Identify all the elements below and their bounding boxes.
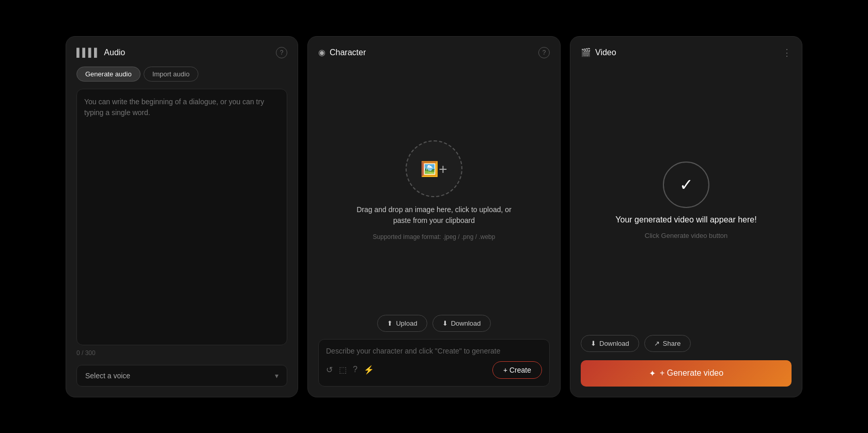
- supported-formats-text: Supported image format: .jpeg / .png / .…: [373, 233, 495, 240]
- character-action-buttons: ⬆ Upload ⬇ Download: [318, 315, 550, 332]
- download-btn-label: Download: [451, 319, 481, 327]
- character-panel-header: ◉ Character ?: [318, 47, 550, 58]
- audio-char-count: 0 / 300: [76, 349, 287, 357]
- video-download-icon: ⬇: [591, 340, 596, 347]
- audio-header-left: ▌▌▌▌ Audio: [76, 48, 125, 57]
- video-panel-header: 🎬 Video ⋮: [581, 47, 792, 58]
- voice-select[interactable]: Select a voice ▾: [76, 365, 287, 387]
- video-icon: 🎬: [581, 47, 591, 57]
- settings-icon[interactable]: ⚡: [364, 365, 374, 375]
- video-panel-title: Video: [595, 48, 616, 57]
- drag-drop-text: Drag and drop an image here, click to up…: [357, 204, 512, 226]
- character-panel-title: Character: [330, 48, 366, 57]
- video-sub-text: Click Generate video button: [645, 232, 727, 239]
- character-upload-button[interactable]: ⬆ Upload: [377, 315, 427, 332]
- video-content-area: ✓ Your generated video will appear here!…: [581, 67, 792, 335]
- video-check-circle: ✓: [663, 162, 709, 208]
- upload-btn-label: Upload: [396, 319, 417, 327]
- import-audio-tab[interactable]: Import audio: [144, 67, 198, 82]
- refresh-icon[interactable]: ↺: [326, 365, 333, 375]
- video-download-label: Download: [599, 340, 629, 347]
- character-bottom-toolbar: ↺ ⬚ ? ⚡ + Create: [326, 361, 542, 379]
- audio-panel-header: ▌▌▌▌ Audio ?: [76, 47, 287, 58]
- video-action-buttons: ⬇ Download ↗ Share: [581, 335, 792, 352]
- generate-video-label: + Generate video: [660, 368, 723, 378]
- share-icon: ↗: [654, 340, 660, 347]
- character-tools: ↺ ⬚ ? ⚡: [326, 365, 374, 375]
- create-button[interactable]: + Create: [492, 361, 542, 379]
- download-icon: ⬇: [442, 319, 448, 327]
- character-header-left: ◉ Character: [318, 47, 366, 57]
- video-share-button[interactable]: ↗ Share: [644, 335, 691, 352]
- upload-icon: ⬆: [387, 319, 393, 327]
- expand-icon[interactable]: ⬚: [339, 365, 347, 375]
- more-options-icon[interactable]: ⋮: [782, 47, 792, 58]
- audio-panel-title: Audio: [104, 48, 125, 57]
- create-btn-label: + Create: [503, 366, 531, 374]
- audio-waveform-icon: ▌▌▌▌: [76, 48, 100, 57]
- help-tool-icon[interactable]: ?: [353, 365, 358, 375]
- checkmark-icon: ✓: [679, 175, 693, 195]
- video-header-left: 🎬 Video: [581, 47, 616, 57]
- voice-select-label: Select a voice: [85, 372, 130, 380]
- video-download-button[interactable]: ⬇ Download: [581, 335, 639, 352]
- character-download-button[interactable]: ⬇ Download: [432, 315, 491, 332]
- generate-audio-tab[interactable]: Generate audio: [76, 67, 141, 82]
- audio-help-icon[interactable]: ?: [276, 47, 287, 58]
- generate-video-icon: ✦: [649, 368, 656, 378]
- video-panel: 🎬 Video ⋮ ✓ Your generated video will ap…: [570, 36, 802, 397]
- generate-video-button[interactable]: ✦ + Generate video: [581, 360, 792, 387]
- character-panel: ◉ Character ? 🖼️+ Drag and drop an image…: [307, 36, 561, 397]
- voice-select-arrow-icon: ▾: [275, 372, 278, 380]
- character-help-icon[interactable]: ?: [538, 47, 550, 58]
- upload-image-icon: 🖼️+: [421, 161, 447, 178]
- character-prompt-area: Describe your character and click "Creat…: [318, 339, 550, 387]
- character-upload-area[interactable]: 🖼️+ Drag and drop an image here, click t…: [318, 67, 550, 315]
- video-share-label: Share: [663, 340, 681, 347]
- video-ready-text: Your generated video will appear here!: [615, 215, 756, 224]
- audio-textarea[interactable]: [76, 89, 287, 345]
- upload-dashed-circle: 🖼️+: [406, 140, 462, 197]
- audio-panel: ▌▌▌▌ Audio ? Generate audio Import audio…: [66, 36, 298, 397]
- audio-tabs: Generate audio Import audio: [76, 67, 287, 82]
- character-icon: ◉: [318, 47, 326, 57]
- character-prompt-text: Describe your character and click "Creat…: [326, 347, 542, 355]
